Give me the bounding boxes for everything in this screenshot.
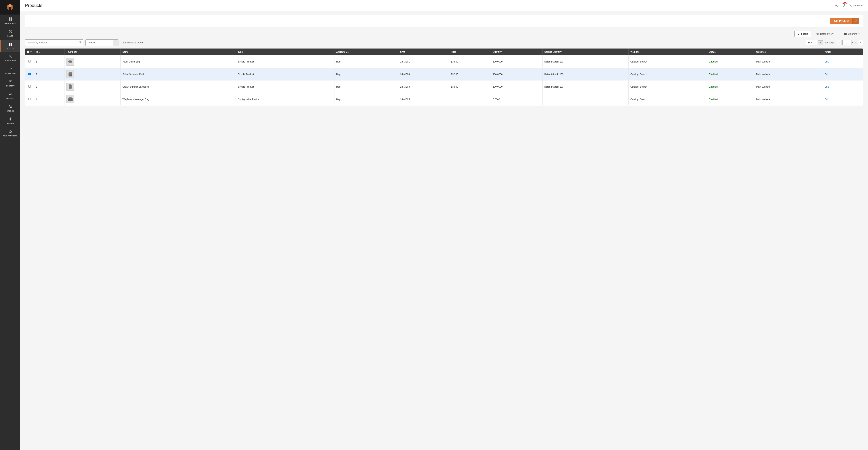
- th-salable-quantity[interactable]: Salable Quantity: [542, 49, 628, 56]
- default-view-button[interactable]: Default View: [813, 31, 839, 37]
- sidebar-item-sales[interactable]: $ SALES: [0, 27, 20, 39]
- sidebar-item-customers[interactable]: CUSTOMERS: [0, 52, 20, 64]
- pagination-wrap: 100 20 50 200 per page ‹ of 21 ›: [806, 40, 863, 46]
- add-product-dropdown-button[interactable]: [852, 18, 859, 24]
- search-icon: [834, 3, 838, 7]
- per-page-wrap: 100 20 50 200 per page: [806, 40, 834, 46]
- th-quantity[interactable]: Quantity: [491, 49, 542, 56]
- per-page-dropdown-button[interactable]: [818, 40, 823, 45]
- cell-websites: Main Website: [754, 55, 823, 68]
- svg-rect-8: [9, 44, 10, 46]
- sidebar-item-content[interactable]: CONTENT: [0, 77, 20, 90]
- columns-button[interactable]: Columns: [841, 31, 863, 37]
- search-button[interactable]: [834, 3, 838, 8]
- sidebar-item-dashboard[interactable]: DASHBOARD: [0, 14, 20, 27]
- th-sku[interactable]: SKU: [398, 49, 449, 56]
- row-checkbox[interactable]: [28, 85, 31, 88]
- page-title: Products: [25, 3, 42, 8]
- findpartners-icon: [8, 129, 12, 134]
- edit-link[interactable]: Edit: [825, 60, 829, 63]
- cell-type: Simple Product: [236, 68, 335, 81]
- search-submit-button[interactable]: [79, 41, 82, 44]
- svg-rect-1: [10, 18, 12, 19]
- products-table: ID ↓ Thumbnail Name Type Attribute Set: [25, 48, 863, 106]
- magento-logo-icon: [6, 3, 14, 11]
- current-page-input[interactable]: [842, 40, 851, 45]
- chevron-down-icon: [819, 42, 821, 43]
- salable-qty: Default Stock: 100: [545, 86, 563, 88]
- cell-salable-quantity: Default Stock: 100: [542, 81, 628, 93]
- product-thumbnail: [66, 95, 74, 103]
- row-checkbox[interactable]: [28, 98, 31, 100]
- notification-button[interactable]: 39: [841, 3, 845, 8]
- th-websites[interactable]: Websites: [754, 49, 823, 56]
- svg-rect-2: [9, 19, 10, 21]
- actions-dropdown-wrap: Actions Delete Change Status Update Attr…: [85, 39, 119, 46]
- cell-type: Configurable Product: [236, 93, 335, 106]
- sidebar-item-catalog[interactable]: CATALOG: [0, 39, 20, 52]
- th-price[interactable]: Price: [449, 49, 491, 56]
- edit-link[interactable]: Edit: [825, 73, 829, 76]
- next-page-button[interactable]: ›: [858, 40, 863, 45]
- edit-link[interactable]: Edit: [825, 85, 829, 88]
- th-type[interactable]: Type: [236, 49, 335, 56]
- svg-rect-6: [9, 43, 10, 44]
- actions-select[interactable]: Actions Delete Change Status Update Attr…: [85, 39, 113, 46]
- sidebar-item-catalog-label: CATALOG: [6, 48, 14, 50]
- status-badge: Enabled: [709, 73, 718, 76]
- cell-thumbnail: [64, 93, 120, 106]
- cell-attribute-set: Bag: [335, 93, 398, 106]
- sidebar-item-stores[interactable]: STORES: [0, 102, 20, 115]
- stores-icon: [8, 104, 12, 109]
- filters-label: Filters: [801, 32, 808, 35]
- cell-salable-quantity: Default Stock: 100: [542, 68, 628, 81]
- per-page-select[interactable]: 100 20 50 200: [806, 40, 817, 46]
- chevron-down-icon: [115, 42, 117, 43]
- sidebar-item-marketing[interactable]: MARKETING: [0, 64, 20, 77]
- reports-icon: [8, 92, 12, 97]
- sidebar-item-reports-label: REPORTS: [6, 97, 14, 99]
- columns-label: Columns: [848, 32, 857, 35]
- admin-menu-button[interactable]: admin: [848, 4, 863, 7]
- th-status[interactable]: Status: [707, 49, 754, 56]
- row-checkbox[interactable]: [28, 60, 31, 62]
- th-visibility[interactable]: Visibility: [628, 49, 707, 56]
- cell-price: $38.00: [449, 81, 491, 93]
- sidebar-item-system[interactable]: SYSTEM: [0, 115, 20, 127]
- sales-icon: $: [8, 30, 12, 34]
- cell-thumbnail: [64, 81, 120, 93]
- filters-button[interactable]: Filters: [795, 31, 811, 37]
- cell-status: Enabled: [707, 93, 754, 106]
- th-id[interactable]: ID ↓: [34, 49, 64, 56]
- per-page-label: per page: [825, 41, 834, 44]
- th-name[interactable]: Name: [120, 49, 236, 56]
- notification-badge: 39: [843, 2, 846, 4]
- filter-icon: [798, 32, 800, 35]
- cell-id: 2: [34, 68, 64, 81]
- chevron-down-icon: [835, 33, 836, 35]
- cell-action: Edit: [823, 93, 863, 106]
- svg-point-17: [10, 118, 11, 120]
- svg-rect-7: [10, 43, 12, 44]
- prev-page-button[interactable]: ‹: [837, 40, 841, 45]
- sidebar-item-reports[interactable]: REPORTS: [0, 90, 20, 102]
- edit-link[interactable]: Edit: [825, 98, 829, 101]
- cell-sku: 24-MB05: [398, 93, 449, 106]
- chevron-down-icon: [30, 51, 32, 53]
- content-icon: [8, 80, 12, 84]
- sidebar-item-findpartners[interactable]: FIND PARTNERS: [0, 127, 20, 140]
- add-product-button[interactable]: Add Product: [830, 18, 852, 24]
- row-checkbox[interactable]: [28, 73, 31, 75]
- cell-visibility: Catalog, Search: [628, 55, 707, 68]
- cell-attribute-set: Bag: [335, 55, 398, 68]
- svg-text:$: $: [10, 31, 10, 32]
- sidebar-item-marketing-label: MARKETING: [5, 72, 16, 74]
- search-input[interactable]: [25, 39, 83, 46]
- th-attribute-set[interactable]: Attribute Set: [335, 49, 398, 56]
- page-header: Products 39 admin: [20, 0, 868, 11]
- actions-dropdown-button[interactable]: [113, 39, 119, 46]
- search-icon: [79, 41, 82, 44]
- dashboard-icon: [8, 17, 12, 22]
- select-all-checkbox[interactable]: [27, 51, 29, 53]
- cell-id: 3: [34, 81, 64, 93]
